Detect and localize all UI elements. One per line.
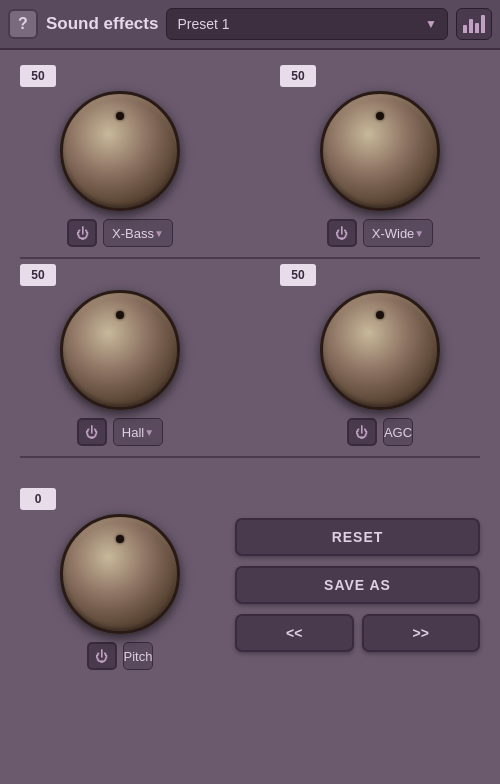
hall-label: Hall bbox=[122, 425, 144, 440]
pitch-label: Pitch bbox=[123, 642, 154, 670]
hall-section: 50 ⏻ Hall ▼ bbox=[20, 264, 220, 446]
xwide-section: 50 ⏻ X-Wide ▼ bbox=[280, 65, 480, 247]
hall-power-button[interactable]: ⏻ bbox=[77, 418, 107, 446]
hall-value: 50 bbox=[20, 264, 56, 286]
xbass-knob-wrapper bbox=[60, 91, 180, 211]
divider-2 bbox=[20, 456, 480, 458]
xwide-dropdown[interactable]: X-Wide ▼ bbox=[363, 219, 434, 247]
xbass-section: 50 ⏻ X-Bass ▼ bbox=[20, 65, 220, 247]
pitch-value: 0 bbox=[20, 488, 56, 510]
xbass-value: 50 bbox=[20, 65, 56, 87]
save-as-button[interactable]: SAVE AS bbox=[235, 566, 480, 604]
app-header: ? Sound effects Preset 1 ▼ bbox=[0, 0, 500, 50]
xbass-power-button[interactable]: ⏻ bbox=[67, 219, 97, 247]
pitch-knob[interactable] bbox=[60, 514, 180, 634]
chart-icon bbox=[463, 15, 485, 33]
xwide-arrow-icon: ▼ bbox=[414, 228, 424, 239]
divider-1 bbox=[20, 257, 480, 259]
agc-section: 50 ⏻ AGC bbox=[280, 264, 480, 446]
hall-knob-wrapper bbox=[60, 290, 180, 410]
hall-knob[interactable] bbox=[60, 290, 180, 410]
help-button[interactable]: ? bbox=[8, 9, 38, 39]
xbass-knob[interactable] bbox=[60, 91, 180, 211]
preset-value: Preset 1 bbox=[177, 16, 229, 32]
pitch-control-row: ⏻ Pitch bbox=[87, 642, 154, 670]
hall-control-row: ⏻ Hall ▼ bbox=[77, 418, 163, 446]
agc-label: AGC bbox=[383, 418, 413, 446]
agc-control-row: ⏻ AGC bbox=[347, 418, 413, 446]
xwide-power-button[interactable]: ⏻ bbox=[327, 219, 357, 247]
hall-dropdown[interactable]: Hall ▼ bbox=[113, 418, 163, 446]
agc-value: 50 bbox=[280, 264, 316, 286]
pitch-knob-wrapper bbox=[60, 514, 180, 634]
next-button[interactable]: >> bbox=[362, 614, 481, 652]
action-buttons: RESET SAVE AS << >> bbox=[235, 488, 480, 670]
xbass-control-row: ⏻ X-Bass ▼ bbox=[67, 219, 173, 247]
xbass-label: X-Bass bbox=[112, 226, 154, 241]
prev-button[interactable]: << bbox=[235, 614, 354, 652]
pitch-section: 0 ⏻ Pitch bbox=[20, 488, 220, 670]
xbass-arrow-icon: ▼ bbox=[154, 228, 164, 239]
bottom-section: 0 ⏻ Pitch RESET SAVE AS << >> bbox=[0, 478, 500, 680]
hall-arrow-icon: ▼ bbox=[144, 427, 154, 438]
pitch-power-button[interactable]: ⏻ bbox=[87, 642, 117, 670]
chart-button[interactable] bbox=[456, 8, 492, 40]
agc-power-button[interactable]: ⏻ bbox=[347, 418, 377, 446]
nav-row: << >> bbox=[235, 614, 480, 652]
xwide-value: 50 bbox=[280, 65, 316, 87]
knob-row-2: 50 ⏻ Hall ▼ 50 ⏻ AGC bbox=[20, 264, 480, 446]
preset-arrow-icon: ▼ bbox=[425, 17, 437, 31]
preset-dropdown[interactable]: Preset 1 ▼ bbox=[166, 8, 448, 40]
xwide-control-row: ⏻ X-Wide ▼ bbox=[327, 219, 434, 247]
xbass-dropdown[interactable]: X-Bass ▼ bbox=[103, 219, 173, 247]
app-title: Sound effects bbox=[46, 14, 158, 34]
agc-knob[interactable] bbox=[320, 290, 440, 410]
reset-button[interactable]: RESET bbox=[235, 518, 480, 556]
knob-row-1: 50 ⏻ X-Bass ▼ 50 ⏻ X-Wide ▼ bbox=[20, 65, 480, 247]
agc-knob-wrapper bbox=[320, 290, 440, 410]
xwide-knob[interactable] bbox=[320, 91, 440, 211]
xwide-label: X-Wide bbox=[372, 226, 415, 241]
effects-main: 50 ⏻ X-Bass ▼ 50 ⏻ X-Wide ▼ bbox=[0, 50, 500, 478]
xwide-knob-wrapper bbox=[320, 91, 440, 211]
